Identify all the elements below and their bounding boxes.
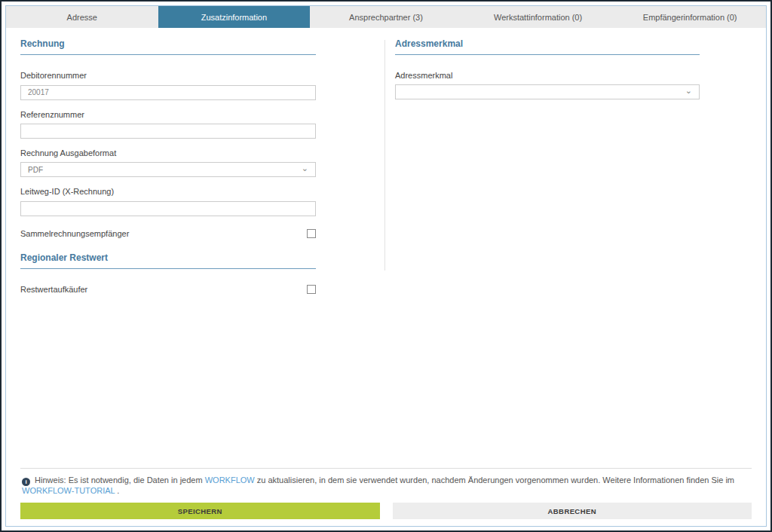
ausgabeformat-select[interactable]: PDF ⌄ xyxy=(20,162,316,177)
adressmerkmal-select[interactable]: ⌄ xyxy=(395,84,700,99)
footer: i Hinweis: Es ist notwendig, die Daten i… xyxy=(20,468,752,519)
chevron-down-icon: ⌄ xyxy=(685,87,692,93)
sammelrechnungsempfaenger-checkbox[interactable] xyxy=(307,229,316,238)
column-rechnung: Rechnung Debitorennummer Referenznummer … xyxy=(20,38,316,307)
referenznummer-input[interactable] xyxy=(20,124,316,139)
section-title-rechnung: Rechnung xyxy=(20,38,316,55)
referenznummer-label: Referenznummer xyxy=(20,110,316,119)
tab-werkstattinformation[interactable]: Werkstattinformation (0) xyxy=(462,6,614,28)
leitweg-id-input[interactable] xyxy=(20,201,316,216)
column-adressmerkmal: Adressmerkmal Adressmerkmal ⌄ xyxy=(395,38,700,109)
section-title-adressmerkmal: Adressmerkmal xyxy=(395,38,700,55)
column-divider xyxy=(384,40,385,271)
cancel-button[interactable]: ABBRECHEN xyxy=(393,503,752,519)
workflow-tutorial-link[interactable]: WORKFLOW-TUTORIAL xyxy=(22,486,115,495)
tab-empfaengerinformation[interactable]: Empfängerinformation (0) xyxy=(614,6,766,28)
field-adressmerkmal: Adressmerkmal ⌄ xyxy=(395,71,700,99)
chevron-down-icon: ⌄ xyxy=(302,165,308,171)
adressmerkmal-label: Adressmerkmal xyxy=(395,71,700,80)
field-sammelrechnungsempfaenger: Sammelrechnungsempfänger xyxy=(20,229,316,238)
sammelrechnungsempfaenger-label: Sammelrechnungsempfänger xyxy=(20,229,129,238)
info-icon: i xyxy=(22,478,30,486)
debitorennummer-input[interactable] xyxy=(20,85,316,100)
dialog-panel: Adresse Zusatzinformation Ansprechpartne… xyxy=(5,5,767,527)
tab-bar: Adresse Zusatzinformation Ansprechpartne… xyxy=(6,6,766,28)
field-leitweg-id: Leitweg-ID (X-Rechnung) xyxy=(20,187,316,216)
save-button[interactable]: SPEICHERN xyxy=(20,503,380,519)
field-restwertaufkaeufer: Restwertaufkäufer xyxy=(20,285,316,294)
field-referenznummer: Referenznummer xyxy=(20,110,316,139)
debitorennummer-label: Debitorennummer xyxy=(20,71,316,80)
tab-zusatzinformation[interactable]: Zusatzinformation xyxy=(158,6,311,28)
field-ausgabeformat: Rechnung Ausgabeformat PDF ⌄ xyxy=(20,148,316,177)
tab-adresse[interactable]: Adresse xyxy=(6,6,158,28)
leitweg-id-label: Leitweg-ID (X-Rechnung) xyxy=(20,187,316,196)
tab-ansprechpartner[interactable]: Ansprechpartner (3) xyxy=(310,6,462,28)
app-window: Adresse Zusatzinformation Ansprechpartne… xyxy=(0,0,772,532)
restwertaufkaeufer-label: Restwertaufkäufer xyxy=(20,285,87,294)
restwertaufkaeufer-checkbox[interactable] xyxy=(307,285,316,294)
field-debitorennummer: Debitorennummer xyxy=(20,71,316,100)
section-title-regionaler-restwert: Regionaler Restwert xyxy=(20,252,316,269)
hint-bar: i Hinweis: Es ist notwendig, die Daten i… xyxy=(20,468,752,503)
hint-text-part1: Hinweis: Es ist notwendig, die Daten in … xyxy=(35,475,203,485)
hint-text-part2: zu aktualisieren, in dem sie verwendet w… xyxy=(257,475,734,485)
ausgabeformat-label: Rechnung Ausgabeformat xyxy=(20,148,316,157)
workflow-link[interactable]: WORKFLOW xyxy=(205,475,255,485)
form-content: Rechnung Debitorennummer Referenznummer … xyxy=(6,28,766,307)
button-row: SPEICHERN ABBRECHEN xyxy=(20,503,752,519)
hint-text-part3: . xyxy=(117,486,119,495)
ausgabeformat-selected-value: PDF xyxy=(28,166,43,174)
